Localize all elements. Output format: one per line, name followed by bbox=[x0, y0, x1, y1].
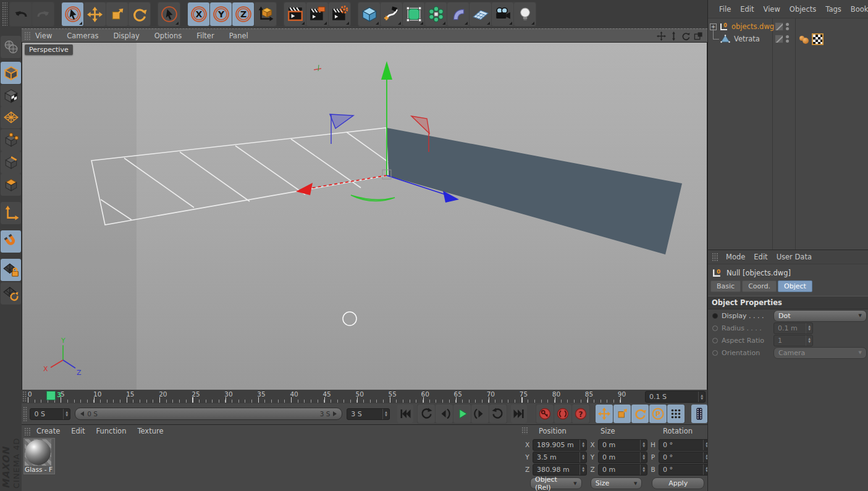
workplane-mode-button[interactable] bbox=[1, 106, 21, 128]
pos-z-stepper[interactable] bbox=[579, 464, 586, 475]
previous-frame-button[interactable] bbox=[436, 405, 453, 423]
scale-tool-button[interactable] bbox=[106, 2, 128, 26]
gizmo-x-axis[interactable] bbox=[310, 175, 387, 188]
add-subdivision-surface-button[interactable] bbox=[403, 2, 424, 26]
render-picture-viewer-button[interactable] bbox=[306, 2, 328, 26]
pos-z-field[interactable]: 380.98 m bbox=[533, 464, 587, 476]
size-y-field[interactable]: 0 m bbox=[598, 451, 647, 463]
object-manager-menu-item[interactable]: Tags bbox=[825, 5, 841, 14]
texture-tag-icon[interactable] bbox=[812, 33, 824, 45]
snap-button[interactable] bbox=[1, 230, 21, 253]
aspect-anim-dot[interactable] bbox=[712, 338, 718, 343]
object-name[interactable]: Vetrata bbox=[734, 35, 760, 43]
next-key-button[interactable] bbox=[489, 405, 507, 423]
slider-right-arrow-icon[interactable] bbox=[333, 411, 337, 416]
texture-mode-button[interactable] bbox=[1, 85, 21, 107]
material-item[interactable]: Glass - F bbox=[23, 438, 55, 474]
axis-mode-button[interactable] bbox=[1, 202, 21, 224]
points-mode-button[interactable] bbox=[1, 129, 21, 151]
undo-button[interactable] bbox=[10, 2, 32, 26]
coordinates-grip[interactable] bbox=[521, 427, 528, 434]
align-workplane-button[interactable] bbox=[1, 282, 21, 304]
apply-button[interactable]: Apply bbox=[652, 477, 704, 489]
previous-key-button[interactable] bbox=[418, 405, 435, 423]
viewport-menu-item[interactable]: Display bbox=[113, 31, 139, 40]
attribute-menu-item[interactable]: User Data bbox=[777, 253, 812, 261]
material-preview-sphere[interactable] bbox=[25, 439, 51, 466]
scene-canvas[interactable] bbox=[22, 43, 707, 390]
material-menu-item[interactable]: Create bbox=[36, 427, 60, 435]
goto-start-button[interactable] bbox=[397, 405, 413, 423]
attribute-grip[interactable] bbox=[712, 253, 718, 261]
edges-mode-button[interactable] bbox=[1, 151, 21, 174]
radius-stepper[interactable] bbox=[806, 323, 812, 334]
display-anim-dot[interactable] bbox=[712, 313, 718, 319]
tab-object[interactable]: Object bbox=[778, 280, 812, 292]
rotate-tool-button[interactable] bbox=[129, 2, 150, 26]
play-button[interactable] bbox=[453, 405, 471, 423]
tab-basic[interactable]: Basic bbox=[710, 280, 741, 292]
make-editable-button[interactable] bbox=[1, 36, 21, 58]
enable-toggle-icon[interactable] bbox=[775, 22, 783, 31]
attribute-menu-item[interactable]: Mode bbox=[726, 253, 745, 261]
add-array-button[interactable] bbox=[425, 2, 447, 26]
add-spline-button[interactable] bbox=[381, 2, 402, 26]
rotate-view-button[interactable] bbox=[681, 31, 691, 41]
coordinate-mode-dropdown[interactable]: Object (Rel) bbox=[530, 477, 582, 489]
lock-workplane-button[interactable] bbox=[1, 259, 21, 281]
timeline-grip[interactable] bbox=[22, 391, 27, 402]
add-environment-button[interactable] bbox=[470, 2, 491, 26]
record-keyframe-button[interactable] bbox=[536, 405, 554, 423]
goto-end-button[interactable] bbox=[511, 405, 527, 423]
pos-x-stepper[interactable] bbox=[579, 440, 586, 450]
key-scale-button[interactable] bbox=[613, 405, 631, 423]
gizmo-rotation-band[interactable] bbox=[351, 195, 395, 201]
material-menubar-grip[interactable] bbox=[24, 427, 30, 435]
add-light-button[interactable] bbox=[514, 2, 536, 26]
live-selection-button[interactable] bbox=[62, 2, 83, 26]
material-menu-item[interactable]: Function bbox=[96, 427, 127, 435]
key-rotation-button[interactable] bbox=[631, 405, 649, 423]
aspect-stepper[interactable] bbox=[806, 335, 812, 346]
keyframe-selection-button[interactable]: ? bbox=[572, 405, 589, 423]
timeline-range-slider[interactable]: 0 S 3 S bbox=[75, 408, 342, 420]
material-menu-item[interactable]: Edit bbox=[71, 427, 85, 435]
frame-step-stepper[interactable] bbox=[698, 392, 705, 402]
model-mode-button[interactable] bbox=[1, 62, 21, 84]
add-deformer-button[interactable] bbox=[447, 2, 469, 26]
key-parameter-button[interactable]: P bbox=[649, 405, 667, 423]
polygons-mode-button[interactable] bbox=[1, 174, 21, 196]
rot-b-field[interactable]: 0 ° bbox=[659, 464, 710, 476]
object-manager-menu-item[interactable]: Objects bbox=[790, 5, 816, 14]
pan-view-button[interactable] bbox=[656, 31, 667, 41]
timeline-playhead[interactable] bbox=[46, 391, 56, 400]
size-z-stepper[interactable] bbox=[640, 464, 647, 475]
selection-tool-button[interactable] bbox=[158, 2, 180, 26]
slider-left-arrow-icon[interactable] bbox=[80, 411, 84, 416]
radius-field[interactable]: 0.1 m bbox=[773, 322, 813, 334]
transport-grip[interactable] bbox=[23, 406, 27, 421]
enable-toggle-icon[interactable] bbox=[775, 35, 783, 43]
visibility-toggles[interactable] bbox=[775, 22, 789, 31]
rot-h-field[interactable]: 0 ° bbox=[659, 439, 710, 451]
range-start-field[interactable]: 0 S bbox=[30, 408, 70, 420]
size-mode-dropdown[interactable]: Size bbox=[591, 477, 643, 489]
object-row-vetrata[interactable]: Vetrata bbox=[708, 33, 868, 45]
radius-anim-dot[interactable] bbox=[712, 325, 718, 331]
size-x-field[interactable]: 0 m bbox=[598, 439, 647, 451]
tab-coord[interactable]: Coord. bbox=[742, 280, 777, 292]
viewport-menubar-grip[interactable] bbox=[24, 31, 30, 40]
next-frame-button[interactable] bbox=[471, 405, 489, 423]
frame-step-field[interactable]: 0.1 S bbox=[645, 391, 706, 403]
size-x-stepper[interactable] bbox=[640, 440, 647, 450]
pos-y-stepper[interactable] bbox=[579, 452, 586, 463]
autokey-button[interactable] bbox=[554, 405, 571, 423]
range-end-stepper[interactable] bbox=[382, 409, 389, 419]
lock-y-button[interactable]: Y bbox=[210, 2, 232, 26]
viewport-menu-item[interactable]: View bbox=[35, 31, 52, 40]
object-manager-menu-item[interactable]: View bbox=[764, 5, 780, 14]
visibility-dots[interactable] bbox=[786, 23, 789, 30]
key-position-button[interactable] bbox=[596, 405, 613, 423]
viewport-menu-item[interactable]: Options bbox=[154, 31, 182, 40]
size-y-stepper[interactable] bbox=[640, 452, 647, 463]
